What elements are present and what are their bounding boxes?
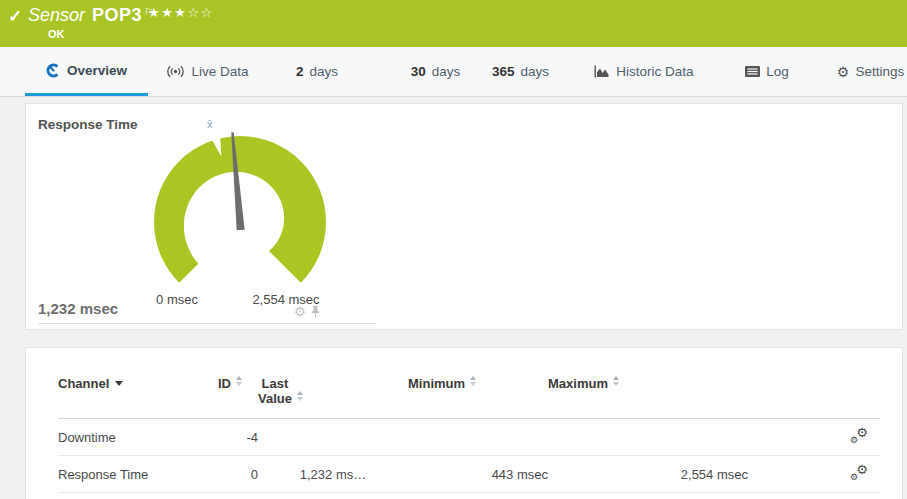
- stars-empty: ☆☆: [187, 5, 213, 20]
- cell-minimum: 443 msec: [408, 456, 548, 493]
- table-row[interactable]: Downtime -4 ⚙⚙: [58, 419, 880, 456]
- tab-number: 2: [296, 64, 304, 79]
- column-header-last-value[interactable]: Last Value: [258, 374, 408, 419]
- tab-number: 30: [411, 64, 426, 79]
- gauge-icon: [46, 63, 61, 78]
- sensor-header: ✓ SensorPOP3⚐ ★★★☆☆ OK: [0, 0, 907, 47]
- sort-desc-icon: [115, 381, 123, 386]
- cell-channel: Downtime: [58, 419, 218, 456]
- gauge-settings-gear-icon[interactable]: ⚙: [294, 305, 306, 318]
- tab-label: Overview: [67, 63, 127, 78]
- sort-icon: [236, 376, 242, 386]
- column-header-id[interactable]: ID: [218, 374, 258, 419]
- tab-365-days[interactable]: 365 days: [478, 47, 563, 96]
- priority-stars[interactable]: ★★★☆☆: [148, 5, 214, 20]
- column-header-actions: [748, 374, 880, 419]
- column-header-maximum[interactable]: Maximum: [548, 374, 748, 419]
- tab-label: days: [432, 64, 461, 79]
- cell-id: 0: [218, 456, 258, 493]
- column-header-minimum[interactable]: Minimum: [408, 374, 548, 419]
- tab-label: days: [521, 64, 550, 79]
- channel-settings-icon[interactable]: ⚙⚙: [850, 427, 868, 444]
- gauge-scale-min: 0 msec: [142, 292, 212, 307]
- tab-settings[interactable]: ⚙ Settings: [823, 47, 907, 96]
- tab-log[interactable]: Log: [733, 47, 801, 96]
- pin-icon[interactable]: [310, 305, 321, 318]
- sort-icon: [613, 376, 619, 386]
- tab-label: Log: [766, 64, 789, 79]
- status-check-icon: ✓: [8, 6, 22, 27]
- cell-last-value: 1,232 ms…: [258, 456, 408, 493]
- tab-label: Live Data: [191, 64, 248, 79]
- cell-minimum: [408, 419, 548, 456]
- tab-label: Historic Data: [616, 64, 693, 79]
- page-title: SensorPOP3⚐: [28, 5, 153, 26]
- sensor-name: POP3: [92, 5, 142, 25]
- column-header-channel[interactable]: Channel: [58, 374, 218, 419]
- table-header-row: Channel ID Last Value Minimum Maximum: [58, 374, 880, 419]
- historic-chart-icon: [594, 65, 610, 78]
- tab-2-days[interactable]: 2 days: [282, 47, 352, 96]
- channels-table: Channel ID Last Value Minimum Maximum Do…: [58, 374, 880, 493]
- table-row[interactable]: Response Time 0 1,232 ms… 443 msec 2,554…: [58, 456, 880, 493]
- sort-icon: [297, 391, 303, 401]
- gauge-footer-icons: ⚙: [294, 305, 321, 318]
- sensor-type-label: Sensor: [28, 5, 85, 25]
- cell-maximum: 2,554 msec: [548, 456, 748, 493]
- tab-live-data[interactable]: Live Data: [160, 47, 255, 96]
- channel-settings-icon[interactable]: ⚙⚙: [850, 464, 868, 481]
- tab-number: 365: [492, 64, 515, 79]
- gauge-current-value: 1,232 msec: [38, 300, 118, 317]
- cell-last-value: [258, 419, 408, 456]
- cell-channel: Response Time: [58, 456, 218, 493]
- tab-overview[interactable]: Overview: [25, 47, 148, 96]
- sort-icon: [470, 376, 476, 386]
- divider: [38, 323, 376, 324]
- stars-filled: ★★★: [148, 5, 187, 20]
- live-data-icon: [166, 65, 185, 78]
- tab-label: days: [309, 64, 338, 79]
- tab-bar: Overview Live Data 2 days 30 days 365 da…: [0, 47, 907, 97]
- gauge-mean-marker: x̄: [207, 118, 213, 130]
- settings-gear-icon: ⚙: [837, 65, 850, 79]
- tab-label: Settings: [855, 64, 904, 79]
- tab-historic-data[interactable]: Historic Data: [585, 47, 703, 96]
- status-badge: OK: [48, 28, 65, 40]
- cell-maximum: [548, 419, 748, 456]
- response-time-panel: Response Time x̄ 0 msec 2,554 msec 1,232…: [25, 103, 903, 330]
- log-icon: [745, 66, 760, 77]
- cell-id: -4: [218, 419, 258, 456]
- tab-30-days[interactable]: 30 days: [398, 47, 473, 96]
- channels-panel: Channel ID Last Value Minimum Maximum Do…: [25, 347, 903, 499]
